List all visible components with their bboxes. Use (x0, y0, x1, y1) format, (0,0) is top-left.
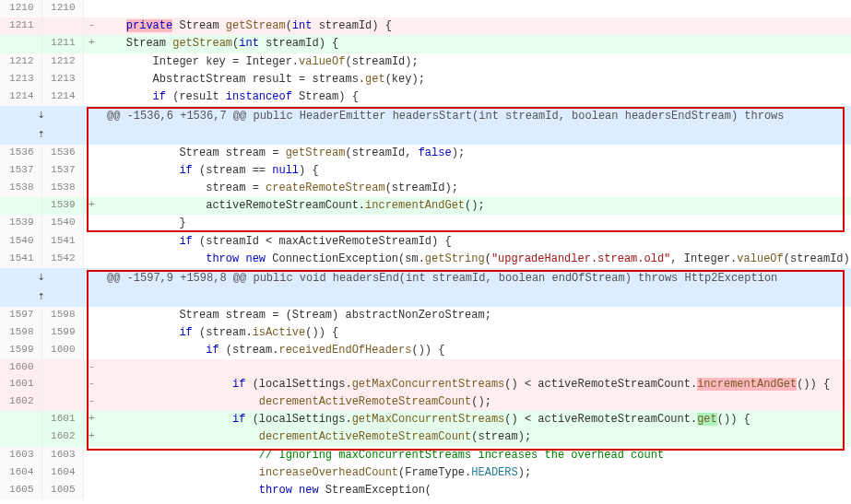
code-cell[interactable] (100, 359, 851, 376)
code-cell[interactable]: if (stream.receivedEndOfHeaders()) { (100, 342, 851, 359)
code-cell[interactable]: if (streamId < maxActiveRemoteStreamId) … (100, 233, 851, 251)
old-line-num: 1541 (0, 251, 41, 268)
diff-mark (83, 162, 100, 180)
new-line-num (41, 393, 83, 411)
hunk-text: @@ -1597,9 +1598,8 @@ public void header… (100, 268, 851, 307)
diff-table: 1210 1210 1211 - private Stream getStrea… (0, 0, 851, 499)
old-line-num: 1600 (0, 359, 41, 376)
old-line-num (0, 428, 41, 446)
code-cell[interactable]: activeRemoteStreamCount.incrementAndGet(… (100, 197, 851, 215)
expand-button[interactable]: ⇣⇡ (0, 268, 83, 307)
expand-up-icon: ⇡ (38, 289, 45, 303)
new-line-num: 1601 (41, 411, 83, 428)
code-cell[interactable]: increaseOverheadCount(FrameType.HEADERS)… (100, 464, 851, 482)
diff-row-deleted: 1211 - private Stream getStream(int stre… (0, 18, 851, 35)
diff-row-deleted: 1600 - (0, 359, 851, 376)
diff-row: 1598 1599 if (stream.isActive()) { (0, 324, 851, 342)
code-cell[interactable]: Integer key = Integer.valueOf(streamId); (100, 53, 851, 71)
old-line-num: 1536 (0, 145, 41, 162)
new-line-num: 1210 (41, 0, 83, 18)
diff-row: 1599 1600 if (stream.receivedEndOfHeader… (0, 342, 851, 359)
code-cell[interactable]: // Ignoring maxConcurrentStreams increas… (100, 447, 851, 464)
diff-row: 1540 1541 if (streamId < maxActiveRemote… (0, 233, 851, 251)
code-cell[interactable]: Stream stream = (Stream) abstractNonZero… (100, 307, 851, 324)
new-line-num: 1542 (41, 251, 83, 268)
diff-mark-minus: - (83, 393, 100, 411)
expand-button[interactable]: ⇣⇡ (0, 106, 83, 145)
new-line-num: 1537 (41, 162, 83, 180)
diff-row: 1605 1605 throw new StreamException( (0, 482, 851, 499)
new-line-num: 1212 (41, 53, 83, 71)
diff-row: 1603 1603 // Ignoring maxConcurrentStrea… (0, 447, 851, 464)
new-line-num: 1598 (41, 307, 83, 324)
code-cell[interactable]: if (result instanceof Stream) { (100, 88, 851, 106)
old-line-num: 1210 (0, 0, 41, 18)
diff-mark-plus: + (83, 35, 100, 53)
old-line-num: 1537 (0, 162, 41, 180)
diff-mark (83, 268, 100, 307)
diff-mark (83, 251, 100, 268)
old-line-num (0, 35, 41, 53)
old-line-num: 1603 (0, 447, 41, 464)
new-line-num: 1600 (41, 342, 83, 359)
code-cell[interactable]: if (localSettings.getMaxConcurrentStream… (100, 376, 851, 393)
diff-mark (83, 0, 100, 18)
diff-viewer: 1210 1210 1211 - private Stream getStrea… (0, 0, 851, 499)
diff-mark (83, 342, 100, 359)
expand-down-icon: ⇣ (38, 270, 45, 284)
diff-row: 1539 1540 } (0, 215, 851, 232)
diff-row: 1213 1213 AbstractStream result = stream… (0, 71, 851, 88)
code-cell[interactable]: if (stream.isActive()) { (100, 324, 851, 342)
old-line-num: 1599 (0, 342, 41, 359)
old-line-num: 1211 (0, 18, 41, 35)
old-line-num: 1602 (0, 393, 41, 411)
expand-up-icon: ⇡ (38, 127, 45, 141)
diff-mark-plus: + (83, 197, 100, 215)
old-line-num: 1212 (0, 53, 41, 71)
new-line-num: 1213 (41, 71, 83, 88)
diff-mark (83, 53, 100, 71)
code-cell[interactable]: private Stream getStream(int streamId) { (100, 18, 851, 35)
code-cell[interactable]: throw new StreamException( (100, 482, 851, 499)
new-line-num: 1214 (41, 88, 83, 106)
code-cell[interactable]: } (100, 215, 851, 232)
code-cell[interactable]: Stream stream = getStream(streamId, fals… (100, 145, 851, 162)
diff-row: 1212 1212 Integer key = Integer.valueOf(… (0, 53, 851, 71)
code-cell[interactable]: if (stream == null) { (100, 162, 851, 180)
code-cell[interactable]: stream = createRemoteStream(streamId); (100, 180, 851, 197)
old-line-num: 1601 (0, 376, 41, 393)
new-line-num: 1539 (41, 197, 83, 215)
diff-mark (83, 307, 100, 324)
diff-row: 1538 1538 stream = createRemoteStream(st… (0, 180, 851, 197)
code-cell[interactable]: AbstractStream result = streams.get(key)… (100, 71, 851, 88)
diff-row: 1604 1604 increaseOverheadCount(FrameTyp… (0, 464, 851, 482)
new-line-num (41, 18, 83, 35)
diff-mark (83, 324, 100, 342)
diff-row-deleted: 1601 - if (localSettings.getMaxConcurren… (0, 376, 851, 393)
new-line-num: 1599 (41, 324, 83, 342)
new-line-num: 1211 (41, 35, 83, 53)
diff-mark-plus: + (83, 411, 100, 428)
code-cell[interactable]: Stream getStream(int streamId) { (100, 35, 851, 53)
diff-row-added: 1211 + Stream getStream(int streamId) { (0, 35, 851, 53)
hunk-header: ⇣⇡ @@ -1536,6 +1536,7 @@ public HeaderEm… (0, 106, 851, 145)
old-line-num: 1597 (0, 307, 41, 324)
new-line-num (41, 376, 83, 393)
new-line-num (41, 359, 83, 376)
diff-mark (83, 106, 100, 145)
code-cell[interactable]: if (localSettings.getMaxConcurrentStream… (100, 411, 851, 428)
diff-row-added: 1602 + decrementActiveRemoteStreamCount(… (0, 428, 851, 446)
diff-row: 1597 1598 Stream stream = (Stream) abstr… (0, 307, 851, 324)
new-line-num: 1603 (41, 447, 83, 464)
diff-row: 1214 1214 if (result instanceof Stream) … (0, 88, 851, 106)
code-cell[interactable]: throw new ConnectionException(sm.getStri… (100, 251, 851, 268)
new-line-num: 1602 (41, 428, 83, 446)
code-cell[interactable] (100, 0, 851, 18)
diff-mark (83, 180, 100, 197)
old-line-num: 1213 (0, 71, 41, 88)
code-cell[interactable]: decrementActiveRemoteStreamCount(stream)… (100, 428, 851, 446)
diff-row-added: 1601 + if (localSettings.getMaxConcurren… (0, 411, 851, 428)
diff-mark (83, 447, 100, 464)
code-cell[interactable]: decrementActiveRemoteStreamCount(); (100, 393, 851, 411)
diff-mark-plus: + (83, 428, 100, 446)
